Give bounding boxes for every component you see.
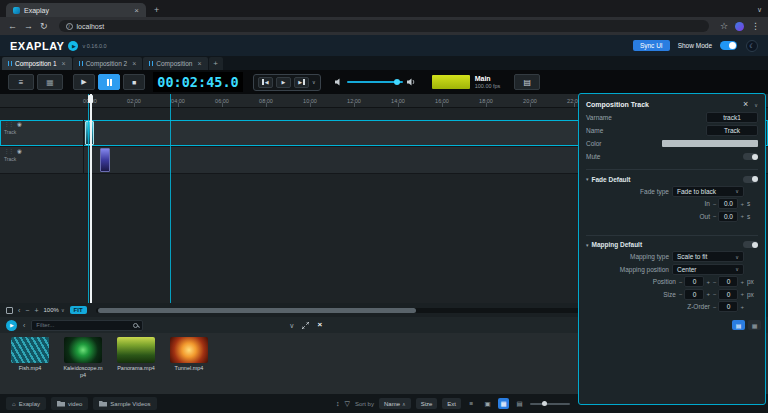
theme-toggle-button[interactable]: ☾ [746, 40, 758, 52]
position-y-value[interactable]: 0 [718, 276, 738, 287]
drag-handle-icon[interactable]: ⋮⋮ [4, 149, 13, 155]
browser-tab[interactable]: Exaplay × [6, 3, 146, 17]
view-detail-button[interactable]: ▤ [514, 398, 525, 409]
sync-ui-button[interactable]: Sync UI [633, 40, 670, 51]
play-button[interactable]: ▶ [73, 74, 95, 90]
increment-button[interactable]: + [740, 213, 744, 219]
tab-composition-3[interactable]: Composition × [143, 57, 207, 70]
close-icon[interactable]: × [197, 60, 201, 67]
sort-direction-icon[interactable]: ↕ [336, 400, 340, 407]
media-thumbnail[interactable] [64, 337, 102, 363]
site-info-icon[interactable]: i [66, 23, 73, 30]
decrement-button[interactable]: − [713, 201, 717, 207]
sort-ext-button[interactable]: Ext [442, 398, 461, 409]
close-icon[interactable]: × [132, 60, 136, 67]
name-input[interactable]: Track [706, 125, 758, 136]
collapse-panel-icon[interactable]: ∨ [289, 322, 294, 329]
fullscreen-icon[interactable] [6, 307, 13, 314]
drag-handle-icon[interactable]: ⋮⋮ [4, 122, 13, 128]
thumbnail-size-slider[interactable] [530, 403, 570, 405]
expand-panel-icon[interactable] [302, 322, 309, 329]
show-mode-toggle[interactable] [720, 41, 737, 50]
cue-dropdown-icon[interactable]: ∨ [312, 79, 316, 85]
zoom-out-button[interactable]: − [25, 307, 29, 314]
color-swatch[interactable] [662, 140, 758, 147]
collapse-left-icon[interactable]: ‹ [18, 307, 20, 314]
breadcrumb-folder[interactable]: Sample Videos [93, 397, 156, 410]
close-panel-icon[interactable]: × [317, 321, 322, 329]
increment-button[interactable]: + [706, 279, 710, 285]
close-icon[interactable]: × [62, 60, 66, 67]
panel-collapse-icon[interactable]: ∨ [754, 102, 758, 108]
view-grid-button[interactable]: ▦ [498, 398, 509, 409]
list-view-button[interactable]: ▦ [748, 320, 761, 330]
view-list-button[interactable]: ≡ [466, 398, 477, 409]
decrement-button[interactable]: − [713, 304, 717, 310]
grid-view-button[interactable]: ▦ [37, 74, 63, 90]
size-h-value[interactable]: 0 [718, 289, 738, 300]
media-item[interactable]: Tunnel.mp4 [168, 337, 210, 372]
eye-icon[interactable]: ◉ [17, 149, 22, 155]
forward-icon[interactable]: → [24, 22, 33, 31]
decrement-button[interactable]: − [679, 279, 683, 285]
volume-slider[interactable] [347, 81, 403, 83]
tab-search-icon[interactable]: ∨ [757, 6, 762, 14]
timeline-clip[interactable] [100, 148, 110, 172]
sort-name-button[interactable]: Name ∧ [379, 398, 411, 409]
tab-composition-2[interactable]: Composition 2 × [73, 57, 143, 70]
previous-cue-button[interactable]: ◀ [258, 77, 273, 88]
increment-button[interactable]: + [740, 201, 744, 207]
fade-type-select[interactable]: Fade to black ∨ [672, 186, 744, 197]
play-cue-button[interactable]: ▶ [276, 77, 291, 88]
output-mapping-button[interactable]: ▤ [514, 74, 540, 90]
section-arrow-icon[interactable]: ▾ [586, 176, 589, 182]
mapping-position-select[interactable]: Center ∨ [672, 264, 744, 275]
zoom-level-select[interactable]: 100% ∨ [44, 307, 65, 313]
playhead[interactable] [88, 94, 93, 303]
fade-out-value[interactable]: 0.0 [718, 211, 738, 222]
eye-icon[interactable]: ◉ [17, 122, 22, 128]
media-thumbnail[interactable] [117, 337, 155, 363]
decrement-button[interactable]: − [679, 291, 683, 297]
position-x-value[interactable]: 0 [684, 276, 704, 287]
refresh-icon[interactable]: ↻ [40, 22, 48, 31]
decrement-button[interactable]: − [713, 213, 717, 219]
fit-button[interactable]: FIT [70, 306, 87, 314]
panel-close-icon[interactable]: × [743, 100, 748, 109]
filter-input[interactable] [36, 322, 130, 328]
tab-close-icon[interactable]: × [134, 6, 139, 15]
fade-enable-toggle[interactable] [743, 176, 758, 183]
varname-input[interactable]: track1 [706, 112, 758, 123]
increment-button[interactable]: + [740, 279, 744, 285]
next-cue-button[interactable]: ▶ [294, 77, 309, 88]
media-item[interactable]: Fish.mp4 [9, 337, 51, 372]
mapping-type-select[interactable]: Scale to fit ∨ [672, 251, 744, 262]
media-item[interactable]: Kaleidoscope.mp4 [62, 337, 104, 378]
fade-in-value[interactable]: 0.0 [718, 198, 738, 209]
breadcrumb-root[interactable]: ⌂ Exaplay [6, 397, 46, 410]
zoom-in-button[interactable]: + [34, 307, 38, 314]
mute-toggle[interactable] [743, 153, 758, 160]
back-icon[interactable]: ← [8, 22, 17, 31]
bookmark-star-icon[interactable]: ☆ [720, 22, 728, 31]
increment-button[interactable]: + [706, 291, 710, 297]
increment-button[interactable]: + [740, 304, 744, 310]
breadcrumb-folder[interactable]: video [51, 397, 88, 410]
mapping-enable-toggle[interactable] [743, 241, 758, 248]
sort-size-button[interactable]: Size [416, 398, 438, 409]
stop-button[interactable]: ■ [123, 74, 145, 90]
output-preview-block[interactable] [432, 75, 470, 89]
address-bar[interactable]: i localhost [59, 20, 709, 32]
pause-button[interactable] [98, 74, 120, 90]
media-thumbnail[interactable] [170, 337, 208, 363]
decrement-button[interactable]: − [713, 279, 717, 285]
thumbnail-view-button[interactable]: ▤ [732, 320, 745, 330]
cue-list-view-button[interactable]: ≡ [8, 74, 34, 90]
profile-avatar[interactable] [735, 22, 744, 31]
section-arrow-icon[interactable]: ▾ [586, 242, 589, 248]
media-thumbnail[interactable] [11, 337, 49, 363]
zorder-value[interactable]: 0 [718, 301, 738, 312]
add-composition-button[interactable]: + [209, 57, 223, 70]
media-item[interactable]: Panorama.mp4 [115, 337, 157, 372]
size-w-value[interactable]: 0 [684, 289, 704, 300]
